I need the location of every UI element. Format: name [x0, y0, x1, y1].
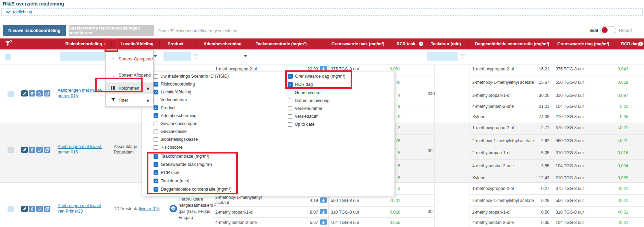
- column-menu-icon[interactable]: ⋮: [157, 41, 162, 47]
- copy-plus-icon[interactable]: [44, 206, 50, 212]
- chart-badge-icon[interactable]: [320, 219, 327, 225]
- copy-icon[interactable]: [36, 147, 43, 153]
- checkbox-unchecked-icon[interactable]: [154, 98, 158, 102]
- column-toggle-adembescherming[interactable]: Adembescherming: [154, 113, 196, 118]
- funnel-icon[interactable]: [193, 54, 198, 61]
- checkbox-checked-icon[interactable]: [154, 105, 158, 110]
- assessment-link[interactable]: primer 015: [58, 150, 78, 155]
- column-toggle-versiedatum[interactable]: Versiedatum: [288, 114, 318, 119]
- column-toggle-taakconcentratie[interactable]: Taakconcentratie (mg/m³): [154, 154, 209, 159]
- filter-input-taakduur[interactable]: [427, 52, 458, 61]
- filter-clear-icon[interactable]: [5, 40, 12, 49]
- info-icon[interactable]: i: [419, 42, 423, 46]
- column-menu-icon[interactable]: ⋮: [109, 41, 114, 47]
- column-menu-icon[interactable]: ⋮: [466, 41, 471, 47]
- checkbox-unchecked-icon[interactable]: [288, 99, 292, 103]
- column-menu-icon[interactable]: ⋮: [194, 41, 199, 47]
- assessment-link[interactable]: primer 015: [58, 93, 78, 98]
- checkbox-checked-icon[interactable]: [154, 179, 158, 183]
- chart-badge-icon[interactable]: [320, 66, 327, 71]
- column-toggle-gevaarklasse-ogen[interactable]: Gevaarklasse ogen: [154, 121, 197, 126]
- checkbox-unchecked-icon[interactable]: [288, 122, 292, 127]
- trash-icon[interactable]: [29, 206, 35, 212]
- checkbox-unchecked-icon[interactable]: [154, 145, 158, 150]
- column-toggle-verloopdatum[interactable]: Verloopdatum: [154, 98, 187, 102]
- row-checkbox[interactable]: [8, 147, 14, 153]
- product-link[interactable]: Primer 015: [139, 206, 160, 211]
- col-header-grenswaarde-taak[interactable]: Grenswaarde taak (mg/m³): [331, 42, 384, 46]
- copy-icon[interactable]: [36, 90, 43, 97]
- col-header-locatie[interactable]: Locatie/Afdeling: [121, 42, 154, 46]
- col-header-product[interactable]: Product: [168, 42, 183, 46]
- assessment-link[interactable]: Aanbrengen met kwast-: [58, 88, 102, 93]
- checkbox-checked-icon[interactable]: [154, 113, 158, 118]
- filter-dropdown-icon[interactable]: [243, 55, 247, 57]
- checkbox-unchecked-icon[interactable]: [154, 129, 158, 134]
- column-toggle-grenswaarde-dag[interactable]: Grenswaarde dag (mg/m³): [288, 74, 345, 79]
- delete-selected-button[interactable]: Geselecteerde risicobeoordelingen verwij…: [69, 25, 154, 36]
- checkbox-checked-icon[interactable]: [154, 187, 158, 192]
- funnel-icon[interactable]: [460, 54, 465, 61]
- col-header-risicobeoordeling[interactable]: Risicobeoordeling: [51, 42, 102, 46]
- chart-badge-icon[interactable]: [320, 209, 327, 214]
- edit-pencil-icon[interactable]: [21, 90, 28, 97]
- select-all-checkbox[interactable]: [5, 54, 11, 60]
- column-toggle-daggemiddelde[interactable]: Daggemiddelde concentratie (mg/m³): [154, 187, 231, 192]
- col-header-adembescherming[interactable]: Adembescherming: [204, 42, 242, 46]
- new-assessment-button[interactable]: Nieuwe risicobeoordeling: [3, 25, 66, 36]
- checkbox-unchecked-icon[interactable]: [288, 114, 292, 119]
- column-toggle-taakduur[interactable]: Taakduur (min): [154, 179, 189, 183]
- column-toggle-product[interactable]: Product: [154, 105, 175, 110]
- menu-item-sort-descending[interactable]: ↓ Sorteer Aflopend: [106, 68, 153, 82]
- column-toggle-yisid[interactable]: Uw Inademings Scenario ID (YISID): [154, 74, 229, 79]
- assessment-link[interactable]: Aanbrengen met kwast-: [58, 144, 102, 149]
- checkbox-checked-icon[interactable]: [288, 82, 293, 87]
- checkbox-checked-icon[interactable]: [154, 170, 158, 175]
- column-toggle-rcr-dag[interactable]: RCR dag: [288, 82, 313, 87]
- col-header-taakduur[interactable]: Taakduur (min): [431, 42, 461, 46]
- col-header-rcr-taak[interactable]: RCR taak: [397, 42, 415, 46]
- column-toggle-up-to-date[interactable]: Up to date: [288, 122, 315, 127]
- column-toggle-rcr-taak[interactable]: RCR taak: [154, 170, 179, 175]
- menu-item-sort-ascending[interactable]: ↑ Sorteer Oplopend: [106, 50, 153, 68]
- assessment-link[interactable]: Aanbrengen met kwast: [58, 203, 101, 208]
- checkbox-checked-icon[interactable]: [154, 82, 158, 87]
- row-checkbox[interactable]: [8, 206, 14, 212]
- info-icon[interactable]: i: [639, 42, 643, 46]
- edit-report-toggle[interactable]: [600, 26, 616, 34]
- checkbox-unchecked-icon[interactable]: [154, 137, 158, 142]
- checkbox-checked-icon[interactable]: [154, 154, 158, 159]
- filter-input-locatie[interactable]: [163, 52, 191, 61]
- checkbox-unchecked-icon[interactable]: [154, 74, 158, 79]
- checkbox-unchecked-icon[interactable]: [288, 106, 292, 111]
- checkbox-checked-icon[interactable]: [154, 90, 158, 94]
- chart-badge-icon[interactable]: [320, 197, 327, 203]
- column-toggle-grenswaarde-taak[interactable]: Grenswaarde taak (mg/m³): [154, 162, 212, 167]
- checkbox-checked-icon[interactable]: [288, 74, 293, 79]
- column-toggle-risicobeoordeling[interactable]: Risicobeoordeling: [154, 82, 195, 87]
- menu-item-kolommen[interactable]: Kolommen ▶: [106, 82, 153, 94]
- column-toggle-blootstellingsklasse[interactable]: Blootstellingsklasse: [154, 137, 198, 142]
- column-toggle-risicoscore[interactable]: Risicoscore: [154, 145, 183, 150]
- edit-pencil-icon[interactable]: [21, 206, 28, 212]
- filter-dropdown-icon[interactable]: [153, 55, 157, 57]
- col-header-taakconcentratie[interactable]: Taakconcentratie (mg/m³): [256, 42, 307, 46]
- column-toggle-gevaarklasse[interactable]: Gevaarklasse: [154, 129, 186, 134]
- trash-icon[interactable]: [29, 90, 35, 97]
- column-toggle-datum-archivering[interactable]: Datum archivering: [288, 98, 329, 103]
- col-header-rcr-dag[interactable]: RCR dag: [621, 42, 639, 46]
- edit-pencil-icon[interactable]: [21, 147, 28, 153]
- column-toggle-versienummer[interactable]: Versienummer: [288, 106, 323, 111]
- row-checkbox[interactable]: [8, 91, 14, 97]
- trash-icon[interactable]: [29, 147, 35, 153]
- checkbox-unchecked-icon[interactable]: [288, 91, 292, 95]
- checkbox-checked-icon[interactable]: [154, 162, 158, 167]
- col-header-daggemiddelde[interactable]: Daggemiddelde concentratie (mg/m³): [475, 42, 549, 46]
- checkbox-unchecked-icon[interactable]: [154, 122, 158, 126]
- menu-item-filter[interactable]: Filter ▶: [106, 94, 153, 106]
- col-header-grenswaarde-dag[interactable]: Grenswaarde dag (mg/m³): [557, 42, 609, 46]
- copy-plus-icon[interactable]: [44, 90, 50, 97]
- filter-operator[interactable]: ~: [206, 54, 208, 59]
- copy-plus-icon[interactable]: [44, 147, 50, 153]
- toelichting-expander[interactable]: toelichting: [1, 8, 643, 16]
